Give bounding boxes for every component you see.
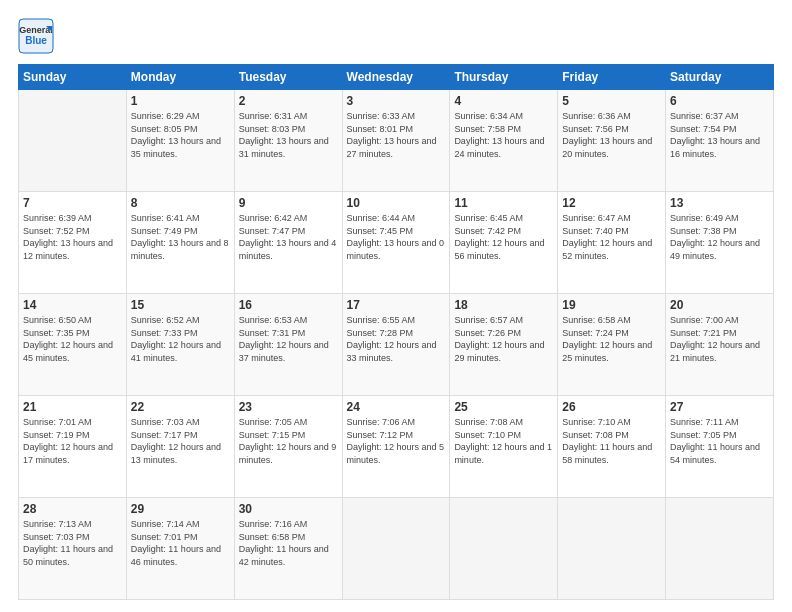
day-info: Sunrise: 6:34 AMSunset: 7:58 PMDaylight:… bbox=[454, 110, 553, 160]
day-cell: 23Sunrise: 7:05 AMSunset: 7:15 PMDayligh… bbox=[234, 396, 342, 498]
day-cell: 13Sunrise: 6:49 AMSunset: 7:38 PMDayligh… bbox=[666, 192, 774, 294]
day-info: Sunrise: 7:11 AMSunset: 7:05 PMDaylight:… bbox=[670, 416, 769, 466]
day-info: Sunrise: 7:10 AMSunset: 7:08 PMDaylight:… bbox=[562, 416, 661, 466]
day-info: Sunrise: 6:44 AMSunset: 7:45 PMDaylight:… bbox=[347, 212, 446, 262]
day-cell: 1Sunrise: 6:29 AMSunset: 8:05 PMDaylight… bbox=[126, 90, 234, 192]
day-info: Sunrise: 6:39 AMSunset: 7:52 PMDaylight:… bbox=[23, 212, 122, 262]
day-number: 17 bbox=[347, 298, 446, 312]
col-header-friday: Friday bbox=[558, 65, 666, 90]
day-info: Sunrise: 6:58 AMSunset: 7:24 PMDaylight:… bbox=[562, 314, 661, 364]
day-number: 10 bbox=[347, 196, 446, 210]
day-cell bbox=[450, 498, 558, 600]
day-cell: 21Sunrise: 7:01 AMSunset: 7:19 PMDayligh… bbox=[19, 396, 127, 498]
day-info: Sunrise: 6:37 AMSunset: 7:54 PMDaylight:… bbox=[670, 110, 769, 160]
day-cell: 26Sunrise: 7:10 AMSunset: 7:08 PMDayligh… bbox=[558, 396, 666, 498]
day-cell: 5Sunrise: 6:36 AMSunset: 7:56 PMDaylight… bbox=[558, 90, 666, 192]
day-cell: 29Sunrise: 7:14 AMSunset: 7:01 PMDayligh… bbox=[126, 498, 234, 600]
col-header-thursday: Thursday bbox=[450, 65, 558, 90]
day-info: Sunrise: 7:06 AMSunset: 7:12 PMDaylight:… bbox=[347, 416, 446, 466]
day-number: 18 bbox=[454, 298, 553, 312]
svg-text:Blue: Blue bbox=[25, 35, 47, 46]
day-number: 23 bbox=[239, 400, 338, 414]
day-info: Sunrise: 7:13 AMSunset: 7:03 PMDaylight:… bbox=[23, 518, 122, 568]
day-cell: 4Sunrise: 6:34 AMSunset: 7:58 PMDaylight… bbox=[450, 90, 558, 192]
logo: General Blue bbox=[18, 18, 54, 54]
week-row-1: 1Sunrise: 6:29 AMSunset: 8:05 PMDaylight… bbox=[19, 90, 774, 192]
day-cell: 3Sunrise: 6:33 AMSunset: 8:01 PMDaylight… bbox=[342, 90, 450, 192]
day-number: 29 bbox=[131, 502, 230, 516]
day-info: Sunrise: 6:41 AMSunset: 7:49 PMDaylight:… bbox=[131, 212, 230, 262]
day-number: 11 bbox=[454, 196, 553, 210]
day-number: 21 bbox=[23, 400, 122, 414]
header-row: SundayMondayTuesdayWednesdayThursdayFrid… bbox=[19, 65, 774, 90]
day-cell bbox=[558, 498, 666, 600]
day-number: 12 bbox=[562, 196, 661, 210]
col-header-sunday: Sunday bbox=[19, 65, 127, 90]
col-header-monday: Monday bbox=[126, 65, 234, 90]
day-info: Sunrise: 7:00 AMSunset: 7:21 PMDaylight:… bbox=[670, 314, 769, 364]
day-number: 14 bbox=[23, 298, 122, 312]
day-number: 7 bbox=[23, 196, 122, 210]
day-cell: 18Sunrise: 6:57 AMSunset: 7:26 PMDayligh… bbox=[450, 294, 558, 396]
week-row-5: 28Sunrise: 7:13 AMSunset: 7:03 PMDayligh… bbox=[19, 498, 774, 600]
day-number: 28 bbox=[23, 502, 122, 516]
day-info: Sunrise: 7:05 AMSunset: 7:15 PMDaylight:… bbox=[239, 416, 338, 466]
day-info: Sunrise: 6:50 AMSunset: 7:35 PMDaylight:… bbox=[23, 314, 122, 364]
day-number: 1 bbox=[131, 94, 230, 108]
day-number: 25 bbox=[454, 400, 553, 414]
day-number: 8 bbox=[131, 196, 230, 210]
day-info: Sunrise: 7:03 AMSunset: 7:17 PMDaylight:… bbox=[131, 416, 230, 466]
day-cell bbox=[19, 90, 127, 192]
col-header-saturday: Saturday bbox=[666, 65, 774, 90]
day-cell: 19Sunrise: 6:58 AMSunset: 7:24 PMDayligh… bbox=[558, 294, 666, 396]
day-info: Sunrise: 7:16 AMSunset: 6:58 PMDaylight:… bbox=[239, 518, 338, 568]
day-info: Sunrise: 6:49 AMSunset: 7:38 PMDaylight:… bbox=[670, 212, 769, 262]
day-cell: 17Sunrise: 6:55 AMSunset: 7:28 PMDayligh… bbox=[342, 294, 450, 396]
day-info: Sunrise: 6:29 AMSunset: 8:05 PMDaylight:… bbox=[131, 110, 230, 160]
week-row-2: 7Sunrise: 6:39 AMSunset: 7:52 PMDaylight… bbox=[19, 192, 774, 294]
day-number: 22 bbox=[131, 400, 230, 414]
page: General Blue SundayMondayTuesdayWednesda… bbox=[0, 0, 792, 612]
day-cell: 9Sunrise: 6:42 AMSunset: 7:47 PMDaylight… bbox=[234, 192, 342, 294]
day-number: 19 bbox=[562, 298, 661, 312]
day-cell: 16Sunrise: 6:53 AMSunset: 7:31 PMDayligh… bbox=[234, 294, 342, 396]
day-number: 15 bbox=[131, 298, 230, 312]
logo-icon: General Blue bbox=[18, 18, 54, 54]
day-info: Sunrise: 6:42 AMSunset: 7:47 PMDaylight:… bbox=[239, 212, 338, 262]
day-info: Sunrise: 7:14 AMSunset: 7:01 PMDaylight:… bbox=[131, 518, 230, 568]
day-info: Sunrise: 6:57 AMSunset: 7:26 PMDaylight:… bbox=[454, 314, 553, 364]
day-cell: 11Sunrise: 6:45 AMSunset: 7:42 PMDayligh… bbox=[450, 192, 558, 294]
week-row-4: 21Sunrise: 7:01 AMSunset: 7:19 PMDayligh… bbox=[19, 396, 774, 498]
day-number: 6 bbox=[670, 94, 769, 108]
day-info: Sunrise: 6:31 AMSunset: 8:03 PMDaylight:… bbox=[239, 110, 338, 160]
day-number: 20 bbox=[670, 298, 769, 312]
day-number: 3 bbox=[347, 94, 446, 108]
day-number: 2 bbox=[239, 94, 338, 108]
day-info: Sunrise: 6:53 AMSunset: 7:31 PMDaylight:… bbox=[239, 314, 338, 364]
day-info: Sunrise: 6:45 AMSunset: 7:42 PMDaylight:… bbox=[454, 212, 553, 262]
day-info: Sunrise: 6:47 AMSunset: 7:40 PMDaylight:… bbox=[562, 212, 661, 262]
day-cell: 6Sunrise: 6:37 AMSunset: 7:54 PMDaylight… bbox=[666, 90, 774, 192]
day-cell bbox=[342, 498, 450, 600]
day-cell: 8Sunrise: 6:41 AMSunset: 7:49 PMDaylight… bbox=[126, 192, 234, 294]
day-number: 26 bbox=[562, 400, 661, 414]
day-info: Sunrise: 6:36 AMSunset: 7:56 PMDaylight:… bbox=[562, 110, 661, 160]
day-cell bbox=[666, 498, 774, 600]
col-header-wednesday: Wednesday bbox=[342, 65, 450, 90]
day-cell: 2Sunrise: 6:31 AMSunset: 8:03 PMDaylight… bbox=[234, 90, 342, 192]
day-number: 24 bbox=[347, 400, 446, 414]
header: General Blue bbox=[18, 18, 774, 54]
day-cell: 12Sunrise: 6:47 AMSunset: 7:40 PMDayligh… bbox=[558, 192, 666, 294]
day-cell: 20Sunrise: 7:00 AMSunset: 7:21 PMDayligh… bbox=[666, 294, 774, 396]
day-cell: 27Sunrise: 7:11 AMSunset: 7:05 PMDayligh… bbox=[666, 396, 774, 498]
day-info: Sunrise: 7:08 AMSunset: 7:10 PMDaylight:… bbox=[454, 416, 553, 466]
day-cell: 24Sunrise: 7:06 AMSunset: 7:12 PMDayligh… bbox=[342, 396, 450, 498]
day-info: Sunrise: 6:55 AMSunset: 7:28 PMDaylight:… bbox=[347, 314, 446, 364]
day-number: 16 bbox=[239, 298, 338, 312]
day-number: 27 bbox=[670, 400, 769, 414]
week-row-3: 14Sunrise: 6:50 AMSunset: 7:35 PMDayligh… bbox=[19, 294, 774, 396]
day-info: Sunrise: 6:52 AMSunset: 7:33 PMDaylight:… bbox=[131, 314, 230, 364]
calendar-table: SundayMondayTuesdayWednesdayThursdayFrid… bbox=[18, 64, 774, 600]
col-header-tuesday: Tuesday bbox=[234, 65, 342, 90]
day-number: 4 bbox=[454, 94, 553, 108]
